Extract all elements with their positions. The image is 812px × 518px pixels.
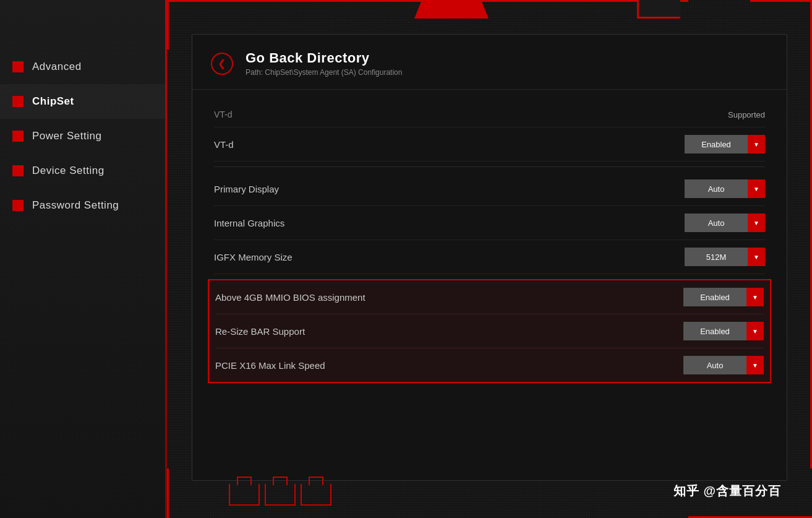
sidebar-indicator — [12, 61, 24, 72]
go-back-button[interactable]: ❮ — [211, 53, 233, 75]
sidebar-item-power-setting[interactable]: Power Setting — [0, 119, 166, 153]
above-4gb-label: Above 4GB MMIO BIOS assignment — [215, 292, 365, 303]
go-back-info: Go Back Directory Path: ChipSet\System A… — [246, 50, 402, 77]
bottom-usb-shapes — [229, 484, 331, 506]
resize-bar-row: Re-Size BAR Support Enabled ▼ — [215, 314, 764, 348]
watermark: 知乎 @含量百分百 — [673, 483, 781, 499]
sidebar-indicator — [12, 96, 24, 107]
sidebar: Advanced ChipSet Power Setting Device Se… — [0, 0, 167, 518]
vtd-dropdown-arrow: ▼ — [748, 135, 765, 153]
usb-shape-3 — [301, 484, 331, 506]
primary-display-value: Auto — [685, 184, 748, 194]
sidebar-item-label-power-setting: Power Setting — [32, 130, 101, 142]
igfx-memory-arrow: ▼ — [748, 248, 765, 266]
pcie-x16-arrow: ▼ — [746, 356, 764, 374]
frame-corner-top-left — [167, 0, 216, 50]
pcie-x16-value: Auto — [683, 361, 746, 370]
pcie-x16-label: PCIE X16 Max Link Speed — [215, 360, 325, 371]
content-panel: ❮ Go Back Directory Path: ChipSet\System… — [192, 34, 787, 481]
usb-shape-2 — [265, 484, 296, 506]
frame-bottom-left-vert — [167, 468, 169, 518]
vtd-label: VT-d — [214, 110, 233, 119]
vtd-dropdown-value: Enabled — [685, 140, 748, 149]
resize-bar-dropdown[interactable]: Enabled ▼ — [683, 322, 764, 340]
sidebar-indicator — [12, 200, 24, 211]
back-arrow-icon: ❮ — [218, 59, 226, 69]
above-4gb-row: Above 4GB MMIO BIOS assignment Enabled ▼ — [215, 280, 764, 314]
above-4gb-value: Enabled — [683, 293, 746, 302]
internal-graphics-arrow: ▼ — [748, 214, 765, 232]
internal-graphics-label: Internal Graphics — [214, 218, 284, 228]
primary-display-label: Primary Display — [214, 184, 279, 194]
internal-graphics-dropdown[interactable]: Auto ▼ — [685, 214, 765, 232]
sidebar-indicator — [12, 131, 24, 142]
internal-graphics-value: Auto — [685, 218, 748, 228]
sidebar-item-advanced[interactable]: Advanced — [0, 50, 166, 84]
internal-graphics-row: Internal Graphics Auto ▼ — [214, 206, 765, 240]
go-back-path: Path: ChipSet\System Agent (SA) Configur… — [246, 68, 402, 77]
vtd-status: Supported — [728, 110, 765, 119]
usb-shape-1 — [229, 484, 260, 506]
above-4gb-dropdown[interactable]: Enabled ▼ — [683, 288, 764, 306]
pcie-x16-dropdown[interactable]: Auto ▼ — [683, 356, 764, 374]
watermark-text: 知乎 @含量百分百 — [673, 484, 781, 498]
sidebar-item-chipset[interactable]: ChipSet — [0, 84, 166, 119]
sidebar-item-password-setting[interactable]: Password Setting — [0, 188, 166, 223]
primary-display-dropdown[interactable]: Auto ▼ — [685, 179, 765, 198]
igfx-memory-value: 512M — [685, 253, 748, 262]
sidebar-indicator — [12, 165, 24, 176]
primary-display-row: Primary Display Auto ▼ — [214, 172, 765, 206]
sidebar-separator — [165, 0, 167, 518]
sidebar-item-label-advanced: Advanced — [32, 61, 82, 73]
highlighted-section: Above 4GB MMIO BIOS assignment Enabled ▼… — [208, 279, 771, 383]
igfx-memory-row: IGFX Memory Size 512M ▼ — [214, 240, 765, 274]
vtd-dropdown[interactable]: Enabled ▼ — [685, 135, 765, 153]
vtd-value-row: VT-d Enabled ▼ — [214, 127, 765, 162]
above-4gb-arrow: ▼ — [746, 288, 764, 306]
igfx-memory-label: IGFX Memory Size — [214, 252, 293, 262]
primary-display-arrow: ▼ — [748, 179, 765, 198]
resize-bar-value: Enabled — [683, 327, 746, 336]
resize-bar-arrow: ▼ — [746, 322, 764, 340]
sidebar-item-label-device-setting: Device Setting — [32, 165, 105, 177]
igfx-memory-dropdown[interactable]: 512M ▼ — [685, 248, 765, 266]
sidebar-item-device-setting[interactable]: Device Setting — [0, 153, 166, 188]
sidebar-item-label-chipset: ChipSet — [32, 95, 74, 108]
divider-1 — [214, 166, 765, 167]
pcie-x16-row: PCIE X16 Max Link Speed Auto ▼ — [215, 348, 764, 382]
top-notch-2-decoration — [637, 0, 680, 19]
resize-bar-label: Re-Size BAR Support — [215, 326, 305, 337]
vtd-header-row: VT-d Supported — [214, 102, 765, 127]
vtd-row-label: VT-d — [214, 139, 234, 150]
settings-body: VT-d Supported VT-d Enabled ▼ Primary Di… — [192, 90, 787, 400]
top-notch-decoration — [414, 0, 489, 19]
sidebar-item-label-password-setting: Password Setting — [32, 199, 119, 212]
go-back-title: Go Back Directory — [246, 50, 402, 66]
frame-corner-top-right — [688, 0, 812, 50]
